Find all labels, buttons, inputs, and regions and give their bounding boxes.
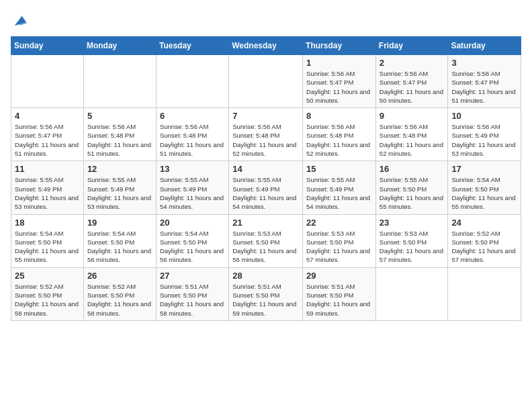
calendar-week-3: 11Sunrise: 5:55 AMSunset: 5:49 PMDayligh… [11, 161, 521, 214]
calendar-cell: 7Sunrise: 5:56 AMSunset: 5:48 PMDaylight… [229, 108, 303, 161]
day-number: 16 [380, 164, 445, 174]
calendar-cell: 8Sunrise: 5:56 AMSunset: 5:48 PMDaylight… [303, 108, 376, 161]
calendar: SundayMondayTuesdayWednesdayThursdayFrid… [11, 36, 521, 321]
day-number: 21 [232, 218, 299, 228]
day-number: 19 [87, 218, 152, 228]
calendar-cell [11, 55, 84, 108]
calendar-cell: 10Sunrise: 5:56 AMSunset: 5:49 PMDayligh… [448, 108, 521, 161]
day-number: 24 [451, 218, 517, 228]
day-info: Sunrise: 5:51 AMSunset: 5:50 PMDaylight:… [306, 283, 370, 317]
calendar-cell [156, 55, 228, 108]
calendar-week-2: 4Sunrise: 5:56 AMSunset: 5:47 PMDaylight… [11, 108, 521, 161]
calendar-header-friday: Friday [375, 37, 448, 55]
day-info: Sunrise: 5:55 AMSunset: 5:50 PMDaylight:… [380, 176, 443, 210]
day-number: 7 [232, 111, 299, 121]
day-number: 14 [232, 164, 299, 174]
day-info: Sunrise: 5:56 AMSunset: 5:49 PMDaylight:… [451, 123, 515, 157]
calendar-cell: 19Sunrise: 5:54 AMSunset: 5:50 PMDayligh… [83, 214, 156, 267]
day-number: 29 [306, 271, 372, 281]
calendar-cell: 25Sunrise: 5:52 AMSunset: 5:50 PMDayligh… [11, 267, 84, 320]
calendar-cell: 14Sunrise: 5:55 AMSunset: 5:49 PMDayligh… [229, 161, 303, 214]
day-info: Sunrise: 5:54 AMSunset: 5:50 PMDaylight:… [451, 176, 515, 210]
day-info: Sunrise: 5:54 AMSunset: 5:50 PMDaylight:… [87, 230, 151, 264]
calendar-cell: 1Sunrise: 5:56 AMSunset: 5:47 PMDaylight… [303, 55, 376, 108]
calendar-week-5: 25Sunrise: 5:52 AMSunset: 5:50 PMDayligh… [11, 267, 521, 320]
day-info: Sunrise: 5:54 AMSunset: 5:50 PMDaylight:… [160, 230, 224, 264]
calendar-cell [375, 267, 448, 320]
day-info: Sunrise: 5:52 AMSunset: 5:50 PMDaylight:… [87, 283, 151, 317]
calendar-body: 1Sunrise: 5:56 AMSunset: 5:47 PMDaylight… [11, 55, 521, 321]
calendar-cell: 3Sunrise: 5:56 AMSunset: 5:47 PMDaylight… [448, 55, 521, 108]
calendar-cell: 23Sunrise: 5:53 AMSunset: 5:50 PMDayligh… [375, 214, 448, 267]
day-number: 4 [15, 111, 80, 121]
calendar-cell: 17Sunrise: 5:54 AMSunset: 5:50 PMDayligh… [448, 161, 521, 214]
calendar-cell: 13Sunrise: 5:55 AMSunset: 5:49 PMDayligh… [156, 161, 228, 214]
calendar-cell [448, 267, 521, 320]
calendar-cell: 2Sunrise: 5:56 AMSunset: 5:47 PMDaylight… [375, 55, 448, 108]
calendar-cell: 27Sunrise: 5:51 AMSunset: 5:50 PMDayligh… [156, 267, 228, 320]
calendar-header-sunday: Sunday [11, 37, 84, 55]
calendar-week-1: 1Sunrise: 5:56 AMSunset: 5:47 PMDaylight… [11, 55, 521, 108]
calendar-cell: 4Sunrise: 5:56 AMSunset: 5:47 PMDaylight… [11, 108, 84, 161]
day-number: 22 [306, 218, 372, 228]
day-info: Sunrise: 5:56 AMSunset: 5:48 PMDaylight:… [87, 123, 151, 157]
day-info: Sunrise: 5:56 AMSunset: 5:47 PMDaylight:… [451, 70, 515, 104]
calendar-header-tuesday: Tuesday [156, 37, 228, 55]
calendar-cell: 18Sunrise: 5:54 AMSunset: 5:50 PMDayligh… [11, 214, 84, 267]
day-info: Sunrise: 5:56 AMSunset: 5:48 PMDaylight:… [160, 123, 224, 157]
day-number: 25 [15, 271, 80, 281]
day-info: Sunrise: 5:56 AMSunset: 5:47 PMDaylight:… [380, 70, 443, 104]
calendar-cell: 6Sunrise: 5:56 AMSunset: 5:48 PMDaylight… [156, 108, 228, 161]
day-info: Sunrise: 5:55 AMSunset: 5:49 PMDaylight:… [306, 176, 370, 210]
calendar-cell: 12Sunrise: 5:55 AMSunset: 5:49 PMDayligh… [83, 161, 156, 214]
day-info: Sunrise: 5:51 AMSunset: 5:50 PMDaylight:… [160, 283, 224, 317]
logo-icon [12, 13, 27, 28]
logo [11, 13, 27, 28]
day-number: 17 [451, 164, 517, 174]
day-number: 5 [87, 111, 152, 121]
day-info: Sunrise: 5:55 AMSunset: 5:49 PMDaylight:… [232, 176, 296, 210]
calendar-cell [83, 55, 156, 108]
day-info: Sunrise: 5:56 AMSunset: 5:47 PMDaylight:… [306, 70, 370, 104]
calendar-cell: 21Sunrise: 5:53 AMSunset: 5:50 PMDayligh… [229, 214, 303, 267]
day-info: Sunrise: 5:51 AMSunset: 5:50 PMDaylight:… [232, 283, 296, 317]
day-number: 2 [380, 58, 445, 68]
day-number: 13 [160, 164, 225, 174]
day-info: Sunrise: 5:55 AMSunset: 5:49 PMDaylight:… [87, 176, 151, 210]
day-info: Sunrise: 5:56 AMSunset: 5:47 PMDaylight:… [15, 123, 79, 157]
day-number: 26 [87, 271, 152, 281]
day-info: Sunrise: 5:53 AMSunset: 5:50 PMDaylight:… [232, 230, 296, 264]
day-number: 10 [451, 111, 517, 121]
calendar-cell: 22Sunrise: 5:53 AMSunset: 5:50 PMDayligh… [303, 214, 376, 267]
calendar-cell: 28Sunrise: 5:51 AMSunset: 5:50 PMDayligh… [229, 267, 303, 320]
day-info: Sunrise: 5:56 AMSunset: 5:48 PMDaylight:… [306, 123, 370, 157]
day-info: Sunrise: 5:53 AMSunset: 5:50 PMDaylight:… [306, 230, 370, 264]
day-number: 15 [306, 164, 372, 174]
calendar-cell: 15Sunrise: 5:55 AMSunset: 5:49 PMDayligh… [303, 161, 376, 214]
calendar-cell: 9Sunrise: 5:56 AMSunset: 5:48 PMDaylight… [375, 108, 448, 161]
day-number: 9 [380, 111, 445, 121]
calendar-header-wednesday: Wednesday [229, 37, 303, 55]
day-number: 1 [306, 58, 372, 68]
day-number: 20 [160, 218, 225, 228]
day-number: 6 [160, 111, 225, 121]
day-info: Sunrise: 5:55 AMSunset: 5:49 PMDaylight:… [15, 176, 79, 210]
day-info: Sunrise: 5:56 AMSunset: 5:48 PMDaylight:… [380, 123, 443, 157]
day-info: Sunrise: 5:52 AMSunset: 5:50 PMDaylight:… [15, 283, 79, 317]
calendar-cell [229, 55, 303, 108]
calendar-week-4: 18Sunrise: 5:54 AMSunset: 5:50 PMDayligh… [11, 214, 521, 267]
day-info: Sunrise: 5:56 AMSunset: 5:48 PMDaylight:… [232, 123, 296, 157]
calendar-cell: 11Sunrise: 5:55 AMSunset: 5:49 PMDayligh… [11, 161, 84, 214]
day-info: Sunrise: 5:52 AMSunset: 5:50 PMDaylight:… [451, 230, 515, 264]
day-number: 18 [15, 218, 80, 228]
day-number: 11 [15, 164, 80, 174]
calendar-cell: 16Sunrise: 5:55 AMSunset: 5:50 PMDayligh… [375, 161, 448, 214]
day-number: 28 [232, 271, 299, 281]
calendar-cell: 24Sunrise: 5:52 AMSunset: 5:50 PMDayligh… [448, 214, 521, 267]
day-info: Sunrise: 5:55 AMSunset: 5:49 PMDaylight:… [160, 176, 224, 210]
calendar-header-saturday: Saturday [448, 37, 521, 55]
calendar-header-thursday: Thursday [303, 37, 376, 55]
day-number: 8 [306, 111, 372, 121]
calendar-header-row: SundayMondayTuesdayWednesdayThursdayFrid… [11, 37, 521, 55]
day-info: Sunrise: 5:54 AMSunset: 5:50 PMDaylight:… [15, 230, 79, 264]
